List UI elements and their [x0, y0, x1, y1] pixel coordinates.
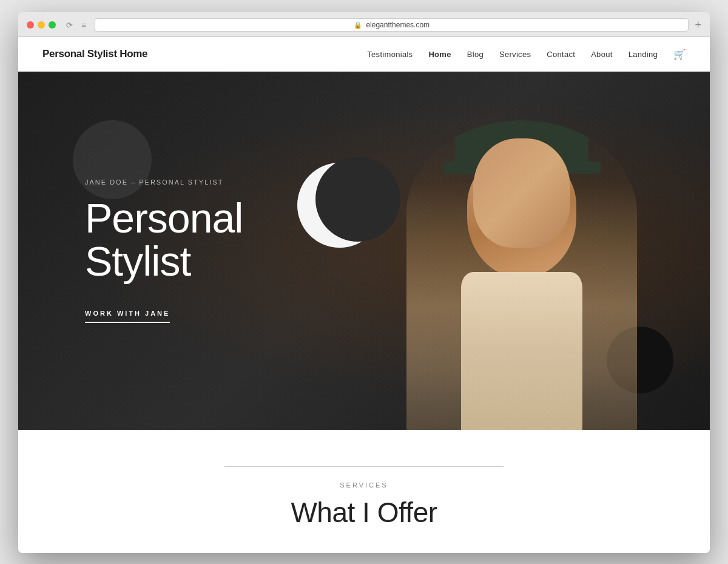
services-eyebrow: SERVICES	[42, 481, 686, 489]
url-text: elegantthemes.com	[366, 21, 430, 29]
site-nav: Testimonials Home Blog Services Contact …	[367, 49, 686, 60]
close-button[interactable]	[27, 21, 34, 29]
browser-window: ⟳ ≡ 🔒 elegantthemes.com + Personal Styli…	[18, 12, 710, 553]
refresh-icon[interactable]: ⟳	[64, 21, 74, 30]
hero-content: Jane Doe – Personal Stylist Personal Sty…	[18, 178, 243, 324]
hero-subtitle: Jane Doe – Personal Stylist	[85, 178, 243, 186]
moon-decoration	[297, 163, 382, 248]
lock-icon: 🔒	[354, 21, 362, 29]
site-logo[interactable]: Personal Stylist Home	[42, 48, 147, 60]
nav-landing[interactable]: Landing	[629, 50, 658, 59]
hero-person-image	[394, 108, 649, 430]
nav-about[interactable]: About	[591, 50, 612, 59]
nav-testimonials[interactable]: Testimonials	[367, 50, 413, 59]
browser-controls: ⟳ ≡	[64, 21, 89, 30]
hero-title-line2: Stylist	[85, 238, 190, 284]
hero-section: Jane Doe – Personal Stylist Personal Sty…	[18, 72, 710, 430]
website: Personal Stylist Home Testimonials Home …	[18, 37, 710, 553]
services-title: What I Offer	[42, 496, 686, 529]
person-head	[473, 138, 570, 248]
list-icon[interactable]: ≡	[79, 21, 89, 30]
site-header: Personal Stylist Home Testimonials Home …	[18, 37, 710, 72]
services-divider	[224, 466, 504, 467]
hero-title: Personal Stylist	[85, 197, 243, 284]
person-body	[461, 272, 582, 430]
new-tab-button[interactable]: +	[695, 19, 701, 30]
maximize-button[interactable]	[49, 21, 56, 29]
minimize-button[interactable]	[38, 21, 45, 29]
traffic-lights	[27, 21, 56, 29]
cart-icon[interactable]: 🛒	[673, 49, 686, 60]
services-section: SERVICES What I Offer	[18, 430, 710, 553]
browser-chrome: ⟳ ≡ 🔒 elegantthemes.com +	[18, 12, 710, 37]
hero-title-line1: Personal	[85, 195, 243, 241]
address-bar[interactable]: 🔒 elegantthemes.com	[95, 18, 689, 32]
person-silhouette	[406, 120, 637, 430]
nav-services[interactable]: Services	[499, 50, 531, 59]
nav-home[interactable]: Home	[428, 50, 451, 59]
hero-cta-button[interactable]: WORK WITH JANE	[85, 310, 170, 323]
nav-blog[interactable]: Blog	[467, 50, 484, 59]
nav-contact[interactable]: Contact	[547, 50, 575, 59]
